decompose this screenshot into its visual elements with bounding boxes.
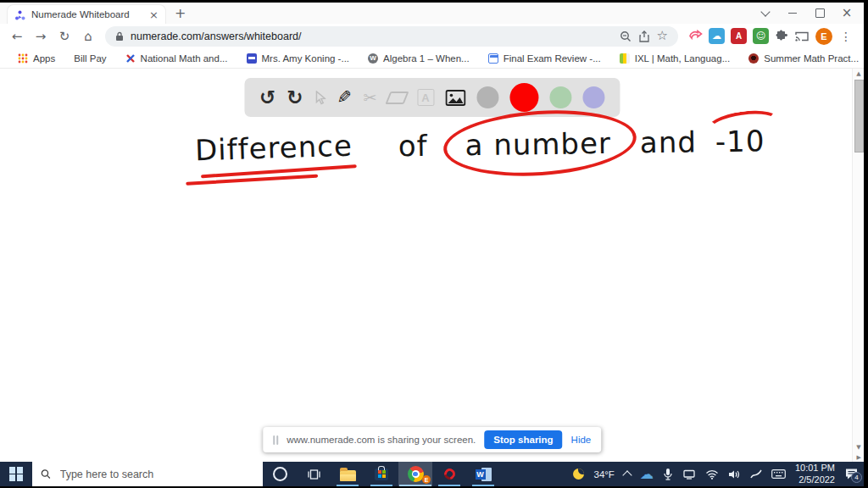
bookmark-national-math[interactable]: National Math and... — [120, 53, 234, 64]
onedrive-cloud-icon[interactable]: ☁ — [640, 468, 654, 481]
whiteboard-canvas[interactable]: ↺ ↻ ✎ ✂ A — [0, 69, 864, 462]
color-swatch-red[interactable] — [509, 83, 538, 112]
bookmark-summer-math[interactable]: Summer Math Pract... — [743, 53, 865, 64]
wifi-icon[interactable] — [705, 469, 719, 480]
color-swatch-green[interactable] — [549, 86, 571, 108]
back-button[interactable]: ← — [7, 29, 27, 44]
cloud-extension-icon[interactable]: ☁ — [709, 28, 725, 44]
tray-overflow-chevron-icon[interactable] — [622, 470, 632, 480]
target-icon — [748, 53, 759, 64]
handwriting-line: Difference of a number and -10 — [195, 124, 765, 165]
acrobat-extension-icon[interactable]: A — [731, 28, 747, 44]
share-icon[interactable] — [638, 30, 650, 42]
eraser-tool-button[interactable] — [387, 92, 406, 104]
text-tool-button[interactable]: A — [417, 89, 434, 106]
forward-button[interactable]: → — [31, 29, 51, 44]
new-tab-button[interactable]: + — [175, 5, 186, 21]
bookmark-star-icon[interactable]: ☆ — [657, 30, 668, 42]
select-cursor-button[interactable] — [314, 91, 326, 105]
scroll-up-arrow[interactable]: ▲ — [853, 70, 865, 77]
tab-close-icon[interactable]: × — [149, 9, 159, 20]
start-button[interactable] — [0, 462, 32, 486]
file-explorer-button[interactable] — [331, 462, 364, 486]
hide-link[interactable]: Hide — [571, 435, 592, 445]
scroll-right-arrow[interactable]: ▶ — [857, 454, 861, 461]
insert-image-button[interactable] — [445, 90, 465, 106]
zoom-icon[interactable] — [620, 30, 632, 42]
bitmoji-extension-icon[interactable]: ☺ — [753, 28, 769, 44]
search-input[interactable] — [58, 468, 254, 481]
stop-sharing-button[interactable]: Stop sharing — [484, 430, 562, 449]
microphone-icon[interactable] — [663, 468, 673, 481]
acrobat-icon — [442, 466, 457, 481]
pen-input-icon[interactable] — [750, 469, 762, 480]
pen-tool-button[interactable]: ✎ — [337, 89, 353, 107]
tab-search-chevron-icon[interactable] — [752, 3, 779, 24]
browser-menu-icon[interactable]: ⋮ — [840, 30, 852, 43]
bookmark-mrs-amy-koning[interactable]: Mrs. Amy Koning -... — [241, 53, 356, 64]
scroll-down-arrow[interactable]: ▼ — [853, 444, 865, 451]
temperature[interactable]: 34°F — [593, 469, 614, 480]
screen-share-bar: www.numerade.com is sharing your screen.… — [263, 427, 602, 452]
redo-button[interactable]: ↻ — [287, 88, 303, 108]
wordpress-icon: W — [368, 53, 378, 64]
blue-board-icon — [247, 53, 257, 64]
word-taskbar-button[interactable]: W — [466, 462, 500, 486]
windows-logo-icon — [9, 467, 24, 481]
undo-button[interactable]: ↺ — [259, 88, 275, 108]
minimize-button[interactable] — [779, 3, 806, 24]
notification-count-badge: 4 — [851, 472, 862, 483]
browser-toolbar: ← → ↻ ⌂ numerade.com/answers/whiteboard/… — [0, 24, 864, 48]
chrome-taskbar-button[interactable]: E — [398, 462, 432, 486]
handwritten-word-a-number: a number — [465, 126, 611, 162]
drag-handle-icon[interactable] — [273, 435, 279, 445]
ixl-icon — [620, 53, 630, 64]
taskbar: E W 34°F ☁ — [0, 462, 864, 486]
acrobat-taskbar-button[interactable] — [432, 462, 466, 486]
close-button[interactable]: × — [833, 3, 860, 24]
profile-avatar[interactable]: E — [815, 28, 832, 45]
color-swatch-purple[interactable] — [582, 86, 604, 108]
browser-tab[interactable]: Numerade Whiteboard × — [7, 4, 166, 24]
lock-icon — [115, 31, 124, 42]
share-message: www.numerade.com is sharing your screen. — [287, 435, 476, 445]
address-bar[interactable]: numerade.com/answers/whiteboard/ ☆ — [105, 26, 678, 47]
clock-time: 10:01 PM — [795, 463, 835, 474]
shared-screen: Numerade Whiteboard × + × ← → ↻ ⌂ numera… — [0, 3, 864, 486]
bookmark-apps[interactable]: Apps — [12, 53, 61, 64]
reload-button[interactable]: ↻ — [54, 29, 75, 44]
task-view-button[interactable] — [297, 462, 331, 486]
handwritten-word-and: and — [640, 125, 698, 159]
extensions-puzzle-icon[interactable] — [775, 30, 788, 43]
vertical-scrollbar[interactable]: ▲ ▼ ▶ — [852, 69, 864, 462]
bookmark-algebra-1[interactable]: W Algebra 1 – When... — [362, 53, 476, 64]
bookmark-final-exam-review[interactable]: Final Exam Review -... — [482, 53, 607, 64]
file-explorer-icon — [340, 470, 356, 481]
taskbar-search[interactable] — [32, 462, 263, 486]
speaker-icon[interactable] — [728, 469, 741, 480]
touch-keyboard-icon[interactable] — [771, 469, 786, 479]
home-button[interactable]: ⌂ — [78, 29, 98, 44]
scrollbar-thumb[interactable] — [854, 80, 864, 152]
cast-icon[interactable] — [794, 30, 810, 42]
taskbar-clock[interactable]: 10:01 PM 2/5/2022 — [795, 463, 835, 486]
extensions-row: ☁ A ☺ E ⋮ — [688, 28, 852, 45]
word-icon: W — [476, 468, 492, 481]
cortana-button[interactable] — [263, 462, 297, 486]
tab-title: Numerade Whiteboard — [31, 9, 143, 19]
bookmark-ixl[interactable]: IXL | Math, Languag... — [614, 53, 737, 64]
bookmarks-bar: Apps Bill Pay National Math and... Mrs. … — [0, 48, 864, 69]
cortana-icon — [273, 467, 287, 481]
bookmark-bill-pay[interactable]: Bill Pay — [68, 53, 112, 64]
open-app-indicator — [399, 485, 431, 487]
scissors-tool-button[interactable]: ✂ — [363, 90, 376, 106]
search-icon — [41, 469, 51, 480]
weather-moon-icon[interactable] — [573, 469, 584, 480]
microsoft-store-button[interactable] — [364, 462, 398, 486]
display-device-icon[interactable] — [682, 469, 696, 480]
store-icon — [375, 469, 388, 480]
pink-arrow-extension-icon[interactable] — [688, 30, 703, 42]
restore-button[interactable] — [806, 3, 833, 24]
action-center-button[interactable]: 4 — [844, 468, 859, 480]
color-swatch-gray[interactable] — [476, 86, 498, 108]
